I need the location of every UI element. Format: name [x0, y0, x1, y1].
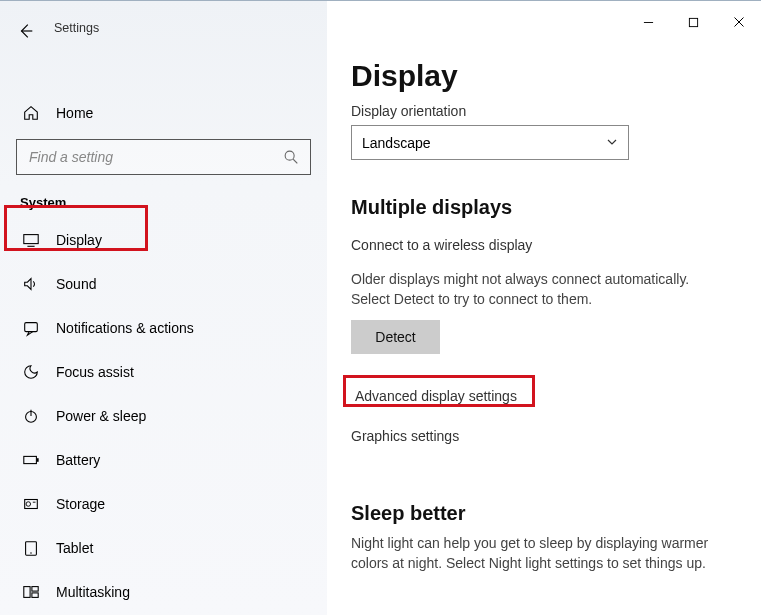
notifications-icon [22, 319, 40, 337]
home-button[interactable]: Home [0, 93, 327, 133]
storage-icon [22, 495, 40, 513]
svg-rect-12 [24, 456, 37, 463]
sound-icon [22, 275, 40, 293]
nav-list: Display Sound Notifications & actions Fo… [0, 218, 327, 614]
older-displays-text: Older displays might not always connect … [351, 269, 721, 310]
graphics-settings-link[interactable]: Graphics settings [351, 428, 745, 444]
sidebar-item-label: Power & sleep [56, 408, 146, 424]
detect-button[interactable]: Detect [351, 320, 440, 354]
svg-rect-20 [32, 587, 38, 592]
tablet-icon [22, 539, 40, 557]
advanced-display-link[interactable]: Advanced display settings [351, 386, 521, 406]
home-label: Home [56, 105, 93, 121]
focus-assist-icon [22, 363, 40, 381]
page-title: Display [351, 59, 745, 93]
sidebar-item-label: Notifications & actions [56, 320, 194, 336]
sidebar: Settings Home System Display [0, 1, 327, 615]
power-icon [22, 407, 40, 425]
sidebar-item-sound[interactable]: Sound [0, 262, 327, 306]
close-button[interactable] [716, 8, 761, 36]
orientation-dropdown[interactable]: Landscape [351, 125, 629, 160]
search-icon [282, 148, 300, 166]
sidebar-item-label: Battery [56, 452, 100, 468]
sidebar-item-label: Display [56, 232, 102, 248]
sidebar-item-display[interactable]: Display [0, 218, 327, 262]
search-input[interactable] [27, 148, 282, 166]
svg-point-15 [26, 502, 31, 507]
svg-rect-1 [689, 18, 697, 26]
connect-wireless-link[interactable]: Connect to a wireless display [351, 237, 745, 253]
window-title: Settings [54, 21, 99, 35]
sidebar-item-notifications[interactable]: Notifications & actions [0, 306, 327, 350]
sidebar-item-label: Focus assist [56, 364, 134, 380]
orientation-value: Landscape [362, 135, 431, 151]
svg-point-5 [285, 151, 294, 160]
maximize-button[interactable] [671, 8, 716, 36]
sleep-better-text: Night light can help you get to sleep by… [351, 533, 721, 574]
svg-rect-13 [37, 458, 39, 462]
main-content: Display Display orientation Landscape Mu… [327, 1, 761, 615]
chevron-down-icon [606, 135, 618, 151]
sidebar-item-tablet[interactable]: Tablet [0, 526, 327, 570]
home-icon [22, 104, 40, 122]
sidebar-item-label: Multitasking [56, 584, 130, 600]
minimize-button[interactable] [626, 8, 671, 36]
svg-point-18 [30, 552, 31, 553]
sidebar-item-label: Storage [56, 496, 105, 512]
sidebar-item-label: Tablet [56, 540, 93, 556]
search-box[interactable] [16, 139, 311, 175]
svg-rect-7 [24, 235, 38, 244]
sidebar-item-label: Sound [56, 276, 96, 292]
display-icon [22, 231, 40, 249]
category-label: System [20, 195, 307, 210]
multitasking-icon [22, 583, 40, 601]
sidebar-item-battery[interactable]: Battery [0, 438, 327, 482]
orientation-label: Display orientation [351, 103, 745, 119]
back-button[interactable] [4, 9, 48, 53]
battery-icon [22, 451, 40, 469]
sidebar-item-focus-assist[interactable]: Focus assist [0, 350, 327, 394]
svg-rect-19 [24, 587, 30, 598]
sidebar-item-storage[interactable]: Storage [0, 482, 327, 526]
svg-rect-21 [32, 593, 38, 598]
sleep-better-heading: Sleep better [351, 502, 745, 525]
multiple-displays-heading: Multiple displays [351, 196, 745, 219]
svg-line-6 [293, 159, 297, 163]
svg-rect-9 [25, 323, 38, 332]
sidebar-item-multitasking[interactable]: Multitasking [0, 570, 327, 614]
sidebar-item-power-sleep[interactable]: Power & sleep [0, 394, 327, 438]
